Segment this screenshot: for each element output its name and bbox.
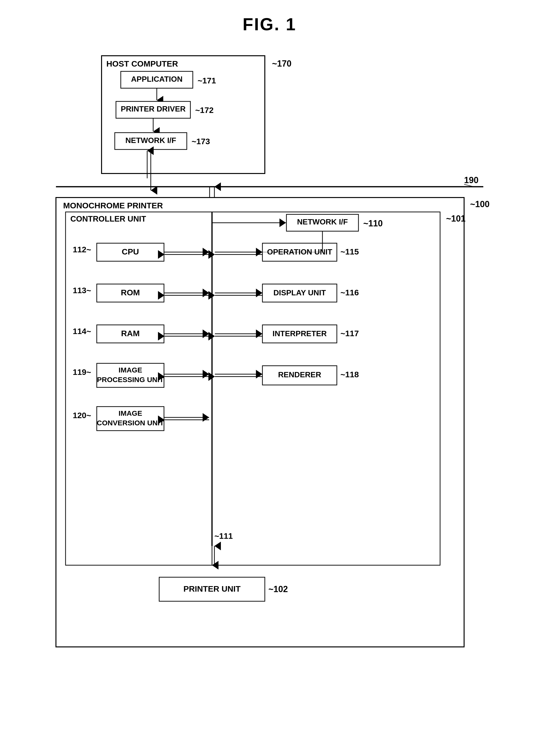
printer-outer-label: MONOCHROME PRINTER	[63, 201, 163, 210]
netif-ctrl-ref: ~110	[363, 219, 383, 228]
imgconv-ref-label: 120~	[73, 411, 91, 420]
imgconv-label1: IMAGE	[118, 409, 142, 417]
driver-ref: ~172	[195, 106, 214, 115]
imgproc-ref-label: 119~	[73, 367, 91, 377]
rom-ref-label: 113~	[73, 286, 91, 295]
main-diagram: HOST COMPUTER ~170 APPLICATION ~171 PRIN…	[41, 48, 498, 745]
ram-ref-label: 114~	[73, 327, 91, 336]
cpu-label: CPU	[122, 247, 139, 256]
application-label: APPLICATION	[131, 75, 183, 83]
controller-ref: ~101	[446, 214, 466, 224]
printer-driver-label: PRINTER DRIVER	[120, 105, 185, 113]
bus-ref: ~111	[214, 531, 233, 540]
host-netif-label: NETWORK I/F	[125, 136, 176, 145]
display-unit-label: DISPLAY UNIT	[273, 288, 326, 297]
dispunit-ref: ~116	[341, 288, 359, 297]
network-ref: 190	[464, 175, 479, 185]
diagram-wrapper: HOST COMPUTER ~170 APPLICATION ~171 PRIN…	[41, 48, 498, 745]
interp-ref: ~117	[341, 329, 359, 338]
controller-netif-label: NETWORK I/F	[297, 218, 348, 226]
host-computer-label: HOST COMPUTER	[106, 59, 178, 68]
controller-label: CONTROLLER UNIT	[70, 214, 146, 223]
printer-unit-ref: ~102	[269, 584, 288, 594]
opunit-ref: ~115	[341, 247, 359, 256]
renderer-label: RENDERER	[278, 370, 321, 379]
page-title: FIG. 1	[243, 14, 296, 34]
netif-host-ref: ~173	[192, 137, 210, 146]
ram-label: RAM	[121, 329, 139, 338]
interpreter-label: INTERPRETER	[272, 329, 327, 338]
cpu-ref-label: 112~	[73, 245, 91, 254]
host-ref: ~170	[272, 59, 291, 68]
app-ref: ~171	[197, 76, 216, 85]
controller-box	[65, 212, 440, 565]
imgproc-label1: IMAGE	[118, 366, 142, 374]
printer-outer-ref: ~100	[470, 199, 490, 209]
renderer-ref: ~118	[341, 370, 359, 379]
imgproc-label2: PROCESSING UNIT	[97, 376, 164, 384]
rom-label: ROM	[121, 288, 140, 297]
printer-unit-label: PRINTER UNIT	[184, 584, 241, 593]
imgconv-label2: CONVERSION UNIT	[97, 419, 164, 427]
